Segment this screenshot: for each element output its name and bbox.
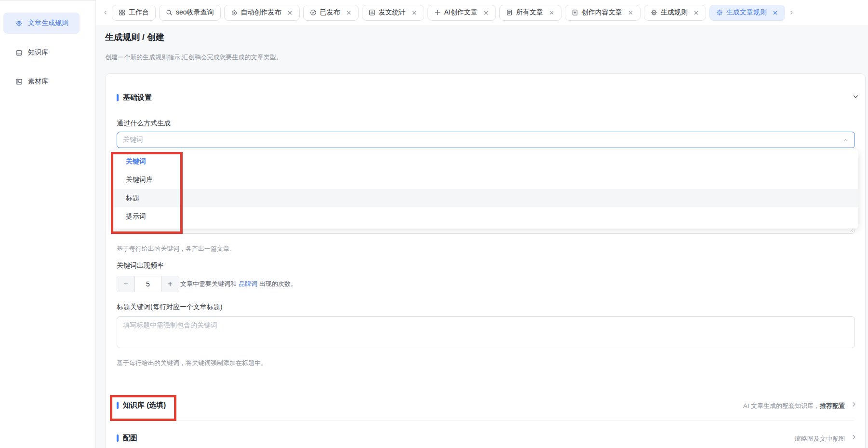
page-title: 生成规则 / 创建: [105, 31, 164, 43]
method-dropdown: 关键词 关键词库 标题 提示词: [113, 149, 858, 229]
close-icon[interactable]: [628, 10, 634, 16]
tab-label: 创作内容文章: [582, 8, 622, 17]
chevron-down-icon[interactable]: [852, 93, 859, 100]
plus-button[interactable]: +: [161, 276, 179, 292]
tab-generation-rules[interactable]: 生成规则: [644, 5, 706, 21]
dropdown-option-title[interactable]: 标题: [113, 189, 858, 207]
tab-ai-create-article[interactable]: AI创作文章: [427, 5, 496, 21]
recommended-config-text: 推荐配置: [820, 402, 845, 409]
tab-label: seo收录查询: [176, 8, 214, 17]
section-title: 基础设置: [123, 93, 152, 102]
tab-label: AI创作文章: [444, 8, 478, 17]
gear-icon: [15, 20, 23, 27]
tab-label: 工作台: [129, 8, 149, 17]
tab-label: 发文统计: [379, 8, 406, 17]
tab-generate-article-rules[interactable]: 生成文章规则: [709, 5, 785, 21]
frequency-value[interactable]: 5: [134, 276, 161, 292]
chevron-right-icon[interactable]: [788, 10, 794, 15]
title-keywords-textarea-wrap: [117, 316, 855, 348]
gear-icon: [716, 9, 723, 16]
document-icon: [506, 9, 513, 16]
keywords-help-text: 基于每行给出的关键词，各产出一篇文章。: [117, 244, 236, 253]
dropdown-option-prompt[interactable]: 提示词: [113, 207, 858, 226]
tab-seo-index-query[interactable]: seo收录查询: [159, 5, 221, 21]
method-label: 通过什么方式生成: [117, 119, 171, 128]
tab-bar: 工作台 seo收录查询 自动创作发布 已发布 发文统计 AI创作文章: [96, 0, 868, 25]
rule-form-card: 基础设置 通过什么方式生成 关键词 关键词 关键词库: [105, 73, 866, 448]
main-content: 生成规则 / 创建 创建一个新的生成规则指示,汇创鸭会完成您要生成的文章类型。 …: [96, 25, 868, 448]
close-icon[interactable]: [346, 10, 352, 16]
dropdown-option-keyword[interactable]: 关键词: [113, 152, 858, 171]
section-title: 配图: [123, 434, 137, 443]
tab-workbench[interactable]: 工作台: [112, 5, 156, 21]
frequency-label: 关键词出现频率: [117, 261, 164, 270]
close-icon[interactable]: [548, 10, 555, 16]
sidebar-item-label: 文章生成规则: [28, 19, 68, 27]
title-keywords-help-text: 基于每行给出的关键词，将关键词强制添加在标题中。: [117, 359, 267, 367]
images-section-note: 缩略图及文中配图: [795, 434, 845, 443]
tab-label: 生成规则: [661, 8, 688, 17]
tab-auto-create-publish[interactable]: 自动创作发布: [224, 5, 300, 21]
title-keywords-label: 标题关键词(每行对应一个文章标题): [117, 303, 222, 312]
sidebar-item-media-library[interactable]: 素材库: [3, 72, 80, 91]
tab-label: 所有文章: [516, 8, 543, 17]
close-icon[interactable]: [411, 10, 417, 16]
tab-label: 生成文章规则: [726, 8, 767, 17]
tab-create-content-article[interactable]: 创作内容文章: [565, 5, 641, 21]
knowledge-section-note: AI 文章生成的配套知识库，推荐配置: [743, 402, 845, 410]
sidebar-item-knowledge-base[interactable]: 知识库: [3, 43, 80, 62]
tab-post-stats[interactable]: 发文统计: [362, 5, 424, 21]
page-subtitle: 创建一个新的生成规则指示,汇创鸭会完成您要生成的文章类型。: [105, 53, 282, 62]
tab-all-articles[interactable]: 所有文章: [499, 5, 561, 21]
section-knowledge-base[interactable]: 知识库 (选填): [117, 401, 166, 410]
tab-label: 自动创作发布: [241, 8, 281, 17]
chevron-right-icon[interactable]: [850, 434, 857, 441]
section-accent-bar: [117, 94, 119, 101]
app-window: 文章生成规则 知识库 素材库 工作台 seo收录查询 自动创作发布 已发: [0, 0, 868, 448]
section-divider: [117, 420, 854, 421]
sidebar: 文章生成规则 知识库 素材库: [0, 0, 96, 448]
chevron-right-icon[interactable]: [850, 401, 857, 408]
publish-icon: [231, 9, 238, 16]
close-icon[interactable]: [287, 10, 293, 16]
search-icon: [166, 9, 173, 16]
chevron-left-icon[interactable]: [103, 10, 108, 15]
frequency-note: 文章中需要关键词和品牌词出现的次数。: [180, 280, 297, 288]
close-icon[interactable]: [772, 10, 778, 16]
book-icon: [15, 49, 23, 56]
tab-label: 已发布: [320, 8, 340, 17]
section-accent-bar: [117, 434, 119, 442]
close-icon[interactable]: [483, 10, 489, 16]
title-keywords-textarea[interactable]: [117, 317, 855, 348]
sidebar-item-label: 素材库: [28, 77, 48, 86]
chevron-up-icon: [842, 137, 849, 143]
sidebar-item-article-rules[interactable]: 文章生成规则: [3, 13, 80, 34]
plus-icon: [434, 9, 441, 16]
minus-button[interactable]: −: [117, 276, 134, 292]
grid-icon: [119, 9, 125, 16]
section-basic-settings: 基础设置: [117, 93, 152, 102]
section-images[interactable]: 配图: [117, 434, 137, 443]
dropdown-option-keyword-library[interactable]: 关键词库: [113, 171, 858, 189]
section-title: 知识库 (选填): [123, 401, 166, 410]
method-select[interactable]: 关键词: [117, 132, 855, 148]
brand-words-link[interactable]: 品牌词: [239, 280, 257, 287]
close-icon[interactable]: [693, 10, 699, 16]
file-plus-icon: [572, 9, 578, 16]
image-icon: [15, 78, 23, 85]
method-select-value: 关键词: [123, 136, 842, 144]
section-accent-bar: [117, 402, 119, 409]
frequency-stepper: − 5 +: [117, 276, 179, 292]
sidebar-item-label: 知识库: [28, 48, 48, 57]
gear-icon: [651, 9, 657, 16]
tab-published[interactable]: 已发布: [303, 5, 359, 21]
check-circle-icon: [310, 9, 317, 16]
bar-chart-icon: [369, 9, 375, 16]
